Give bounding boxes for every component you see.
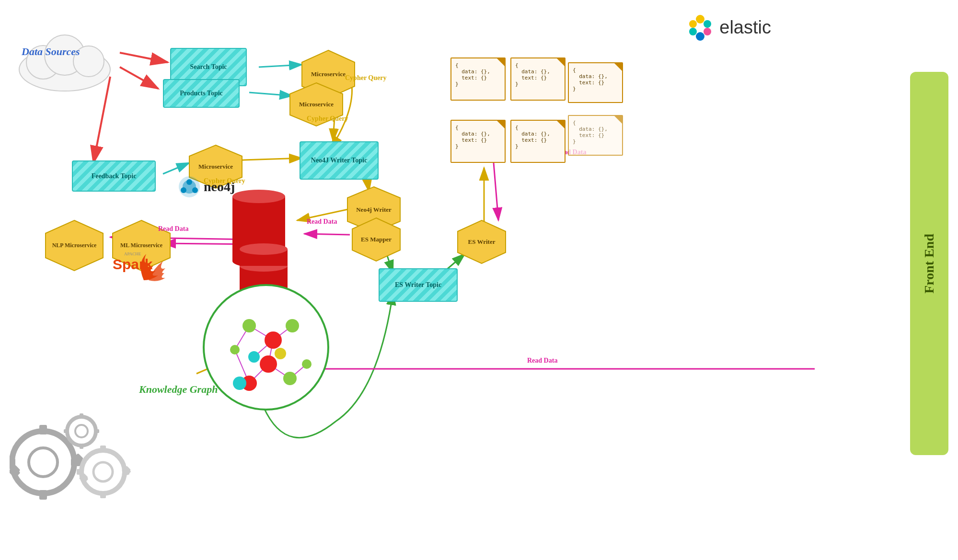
- neo4j-writer-topic-label: Neo4J Writer Topic: [311, 157, 367, 164]
- svg-point-39: [186, 179, 192, 185]
- es-doc4: { data: {}, text: {} }: [450, 120, 506, 163]
- svg-point-78: [704, 20, 711, 28]
- svg-line-7: [120, 67, 158, 89]
- es-doc1: { data: {}, text: {} }: [450, 57, 506, 101]
- microservice2-label: Microservice: [299, 101, 334, 108]
- svg-line-9: [259, 65, 302, 67]
- gears-area: [10, 405, 153, 512]
- search-topic-label: Search Topic: [190, 63, 227, 71]
- es-writer-hex: ES Writer: [455, 218, 508, 266]
- svg-point-55: [240, 243, 288, 255]
- knowledge-graph-svg: [201, 283, 331, 412]
- svg-point-74: [248, 351, 260, 363]
- neo4j-writer-label: Neo4j Writer: [356, 206, 392, 214]
- es-writer-topic-box: ES Writer Topic: [379, 268, 458, 302]
- gears-svg: [10, 405, 153, 510]
- es-doc2: { data: {}, text: {} }: [510, 57, 566, 101]
- svg-point-41: [181, 187, 186, 193]
- nlp-microservice-hex: NLP Microservice: [43, 218, 105, 273]
- svg-rect-97: [100, 491, 106, 498]
- svg-point-72: [260, 355, 277, 373]
- cypher-query-label1: Cypher Query: [345, 74, 386, 82]
- ml-microservice-label: ML Microservice: [120, 242, 162, 250]
- data-sources-cloud: Data Sources: [10, 19, 120, 96]
- svg-line-17: [304, 234, 350, 235]
- svg-rect-109: [64, 429, 69, 433]
- microservice3-label: Microservice: [198, 163, 233, 171]
- svg-point-71: [265, 331, 282, 349]
- elastic-icon: [687, 14, 714, 41]
- svg-rect-106: [80, 413, 83, 418]
- svg-line-10: [249, 92, 292, 96]
- svg-point-95: [93, 462, 113, 481]
- diagram: Data Sources Search Topic Products Topic…: [0, 0, 958, 560]
- svg-point-105: [75, 425, 88, 437]
- data-sources-label: Data Sources: [22, 46, 80, 58]
- svg-rect-96: [100, 446, 106, 453]
- es-doc3: { data: {}, text: {} }: [568, 62, 623, 103]
- svg-point-66: [242, 319, 256, 332]
- svg-point-70: [302, 359, 312, 369]
- svg-point-75: [233, 377, 246, 390]
- svg-rect-99: [77, 469, 84, 475]
- elastic-logo-area: elastic: [687, 14, 771, 41]
- svg-point-68: [230, 345, 240, 354]
- products-topic-label: Products Topic: [180, 90, 223, 97]
- products-topic-box: Products Topic: [163, 79, 240, 108]
- svg-point-82: [689, 20, 697, 28]
- neo4j-writer-topic-box: Neo4J Writer Topic: [300, 141, 379, 180]
- es-mapper-label: ES Mapper: [361, 236, 392, 243]
- svg-point-40: [192, 187, 198, 193]
- es-writer-topic-label: ES Writer Topic: [395, 281, 441, 289]
- svg-point-81: [689, 28, 697, 35]
- knowledge-graph-circle: [201, 283, 331, 414]
- spark-logo: APACHE Spark: [108, 249, 180, 289]
- read-data-label4: Read Data: [527, 357, 557, 365]
- svg-point-56: [204, 285, 328, 410]
- read-data-label2: Read Data: [158, 225, 188, 233]
- svg-point-85: [29, 448, 58, 477]
- es-writer-label: ES Writer: [468, 238, 496, 246]
- front-end-box: Front End: [910, 72, 948, 455]
- svg-point-76: [275, 348, 286, 359]
- front-end-label: Front End: [922, 234, 937, 294]
- feedback-topic-label: Feedback Topic: [92, 172, 137, 180]
- svg-point-80: [696, 32, 704, 41]
- svg-point-77: [696, 15, 704, 23]
- svg-line-6: [120, 53, 168, 62]
- read-data-label1: Read Data: [307, 218, 337, 226]
- svg-rect-107: [80, 444, 83, 449]
- svg-rect-89: [10, 458, 15, 466]
- svg-line-11: [163, 163, 189, 174]
- es-doc5: { data: {}, text: {} }: [510, 120, 566, 163]
- nlp-microservice-label: NLP Microservice: [52, 242, 97, 250]
- svg-rect-108: [94, 429, 99, 433]
- svg-line-23: [494, 163, 498, 220]
- microservice1-label: Microservice: [311, 70, 346, 78]
- es-mapper-hex: ES Mapper: [350, 216, 403, 263]
- svg-point-69: [283, 372, 297, 385]
- svg-point-67: [286, 319, 299, 332]
- feedback-topic-box: Feedback Topic: [72, 160, 156, 192]
- cypher-query-label3: Cypher Query: [204, 177, 245, 185]
- cypher-query-label2: Cypher Query: [307, 115, 348, 123]
- svg-rect-87: [39, 490, 47, 500]
- svg-point-79: [704, 28, 711, 35]
- svg-point-50: [232, 190, 285, 203]
- elastic-text: elastic: [719, 17, 771, 38]
- svg-rect-86: [39, 425, 47, 434]
- es-doc6: { data: {}, text: {} }: [568, 115, 623, 156]
- neo4j-icon: [177, 175, 201, 199]
